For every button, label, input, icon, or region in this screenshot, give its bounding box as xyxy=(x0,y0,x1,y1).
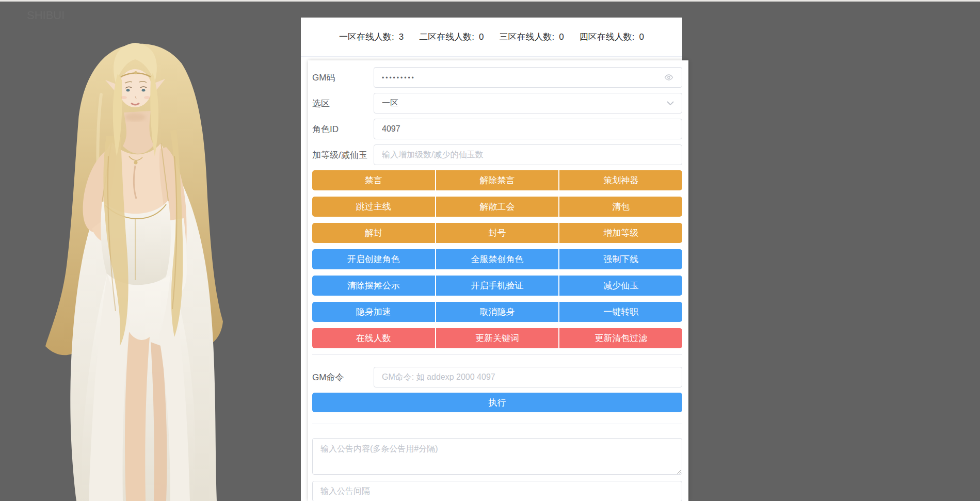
level-xianyu-input[interactable] xyxy=(374,144,682,165)
zone-select[interactable]: 一区 xyxy=(374,93,682,114)
gm-command-label: GM命令 xyxy=(312,371,374,383)
button-row-4: 开启创建角色 全服禁创角色 强制下线 xyxy=(312,249,682,269)
ban-button[interactable]: 封号 xyxy=(436,223,559,243)
clear-bag-button[interactable]: 清包 xyxy=(559,197,682,217)
zone-selected-value: 一区 xyxy=(382,98,398,109)
page: SHIBUI xyxy=(0,0,980,501)
skip-mainline-button[interactable]: 跳过主线 xyxy=(312,197,435,217)
gm-code-masked-value: ••••••••• xyxy=(382,74,415,82)
count-label: 四区在线人数: xyxy=(580,31,635,43)
update-keywords-button[interactable]: 更新关键词 xyxy=(436,328,559,348)
button-row-2: 跳过主线 解散工会 清包 xyxy=(312,197,682,217)
character-illustration: SHIBUI xyxy=(0,2,301,501)
gm-form-card: GM码 ••••••••• 选区 一区 xyxy=(308,60,688,501)
add-level-button[interactable]: 增加等级 xyxy=(559,223,682,243)
divider xyxy=(312,354,682,355)
gm-code-label: GM码 xyxy=(312,72,374,84)
button-row-7: 在线人数 更新关键词 更新清包过滤 xyxy=(312,328,682,348)
disband-guild-button[interactable]: 解散工会 xyxy=(436,197,559,217)
reduce-xianyu-button[interactable]: 减少仙玉 xyxy=(559,276,682,296)
online-count-button[interactable]: 在线人数 xyxy=(312,328,435,348)
svg-text:SHIBUI: SHIBUI xyxy=(27,9,65,22)
online-count-zone2: 二区在线人数: 0 xyxy=(419,31,484,43)
role-id-input[interactable] xyxy=(374,119,682,139)
level-xianyu-row: 加等级/减仙玉 xyxy=(312,144,682,165)
force-offline-button[interactable]: 强制下线 xyxy=(559,249,682,269)
update-clearbag-filter-button[interactable]: 更新清包过滤 xyxy=(559,328,682,348)
count-label: 二区在线人数: xyxy=(419,31,474,43)
count-value: 3 xyxy=(399,32,404,42)
stealth-speed-button[interactable]: 隐身加速 xyxy=(312,302,435,322)
unmute-button[interactable]: 解除禁言 xyxy=(436,170,559,190)
online-count-zone4: 四区在线人数: 0 xyxy=(580,31,644,43)
divider xyxy=(312,424,682,424)
chevron-down-icon[interactable] xyxy=(667,101,674,106)
count-value: 0 xyxy=(559,32,564,42)
role-id-label: 角色ID xyxy=(312,123,374,135)
mute-button[interactable]: 禁言 xyxy=(312,170,435,190)
gm-command-input[interactable] xyxy=(374,367,682,387)
role-id-row: 角色ID xyxy=(312,119,682,139)
character-artwork: SHIBUI xyxy=(0,2,301,501)
online-count-zone3: 三区在线人数: 0 xyxy=(500,31,564,43)
count-value: 0 xyxy=(639,32,644,42)
count-value: 0 xyxy=(479,32,484,42)
one-key-class-change-button[interactable]: 一键转职 xyxy=(559,302,682,322)
eye-icon[interactable] xyxy=(664,74,674,81)
button-row-6: 隐身加速 取消隐身 一键转职 xyxy=(312,302,682,322)
button-row-3: 解封 封号 增加等级 xyxy=(312,223,682,243)
gm-code-input[interactable]: ••••••••• xyxy=(374,67,682,88)
count-label: 三区在线人数: xyxy=(500,31,555,43)
zone-label: 选区 xyxy=(312,98,374,109)
enable-phone-verify-button[interactable]: 开启手机验证 xyxy=(436,276,559,296)
zone-row: 选区 一区 xyxy=(312,93,682,114)
announcement-content-textarea[interactable] xyxy=(312,438,682,475)
button-row-1: 禁言 解除禁言 策划神器 xyxy=(312,170,682,190)
disable-create-role-button[interactable]: 全服禁创角色 xyxy=(436,249,559,269)
cancel-stealth-button[interactable]: 取消隐身 xyxy=(436,302,559,322)
gm-code-row: GM码 ••••••••• xyxy=(312,67,682,88)
enable-create-role-button[interactable]: 开启创建角色 xyxy=(312,249,435,269)
count-label: 一区在线人数: xyxy=(339,31,394,43)
online-count-zone1: 一区在线人数: 3 xyxy=(339,31,404,43)
gm-command-row: GM命令 xyxy=(312,367,682,387)
announcement-interval-input[interactable] xyxy=(312,481,682,501)
button-row-5: 清除摆摊公示 开启手机验证 减少仙玉 xyxy=(312,276,682,296)
unban-button[interactable]: 解封 xyxy=(312,223,435,243)
execute-button[interactable]: 执行 xyxy=(312,393,682,412)
planner-tool-button[interactable]: 策划神器 xyxy=(559,170,682,190)
clear-stall-notice-button[interactable]: 清除摆摊公示 xyxy=(312,276,435,296)
level-xianyu-label: 加等级/减仙玉 xyxy=(312,149,374,161)
online-counts-bar: 一区在线人数: 3 二区在线人数: 0 三区在线人数: 0 四区在线人数: 0 xyxy=(301,18,682,57)
